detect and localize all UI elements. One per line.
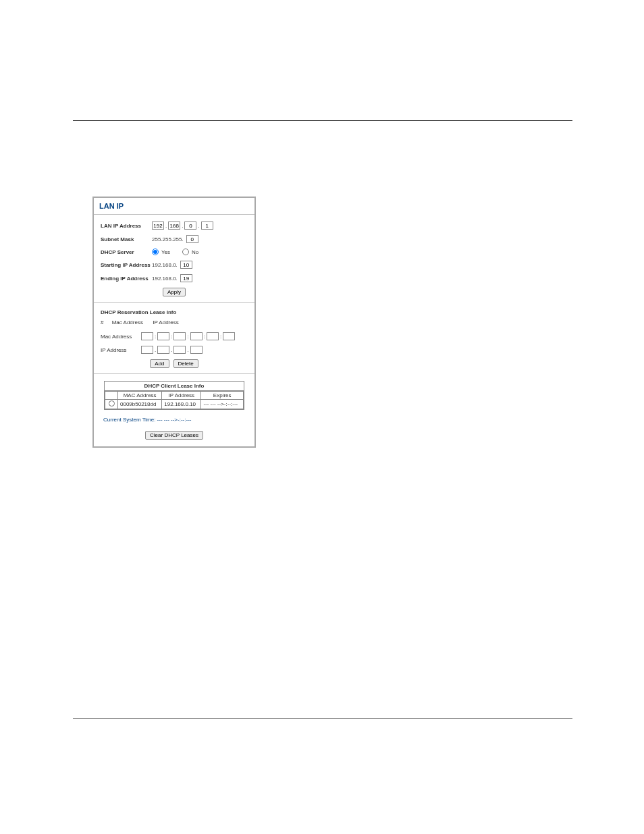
lan-ip-octet-1[interactable] xyxy=(152,221,164,230)
dhcp-yes-radio[interactable]: Yes xyxy=(152,249,170,255)
divider xyxy=(94,302,254,303)
mac-octet-6[interactable] xyxy=(223,332,235,340)
res-ip-octet-1[interactable] xyxy=(141,346,153,354)
lan-ip-octet-4[interactable] xyxy=(201,221,213,230)
system-time-value: --- --- -->-:--:--- xyxy=(157,417,192,423)
mac-octet-4[interactable] xyxy=(190,332,203,340)
client-lease-expires-header: Expires xyxy=(201,392,244,400)
panel-title: LAN IP xyxy=(94,202,254,211)
reservation-mac-row: Mac Address : : : : : xyxy=(101,332,248,340)
ending-ip-last-octet[interactable] xyxy=(180,274,192,282)
dot-icon: . xyxy=(187,347,188,353)
delete-button[interactable]: Delete xyxy=(173,359,198,368)
mac-octet-3[interactable] xyxy=(173,332,186,340)
ending-ip-row: Ending IP Address 192.168.0. xyxy=(101,274,248,282)
dot-icon: . xyxy=(155,347,156,353)
colon-icon: : xyxy=(187,334,188,340)
reservation-mac-label: Mac Address xyxy=(101,334,141,340)
dhcp-server-row: DHCP Server Yes No xyxy=(101,249,248,255)
client-lease-mac-header: MAC Address xyxy=(118,392,162,400)
client-lease-ip-header: IP Address xyxy=(162,392,201,400)
reservation-ip-row: IP Address . . . xyxy=(101,346,248,354)
ending-ip-prefix: 192.168.0. xyxy=(152,276,178,282)
colon-icon: : xyxy=(204,334,205,340)
client-lease-heading: DHCP Client Lease Info xyxy=(105,382,244,391)
reservation-columns: # Mac Address IP Address xyxy=(101,319,248,325)
subnet-prefix: 255.255.255. xyxy=(152,236,184,242)
add-button[interactable]: Add xyxy=(150,359,169,368)
client-lease-mac: 0009b50218dd xyxy=(118,400,162,409)
divider xyxy=(94,373,254,374)
mac-octet-2[interactable] xyxy=(157,332,169,340)
dhcp-yes-text: Yes xyxy=(161,249,170,255)
dot-icon: . xyxy=(171,347,172,353)
divider xyxy=(94,214,254,215)
lan-ip-octet-2[interactable] xyxy=(168,221,180,230)
client-lease-panel: DHCP Client Lease Info MAC Address IP Ad… xyxy=(104,381,244,410)
colon-icon: : xyxy=(220,334,221,340)
client-lease-row: 0009b50218dd 192.168.0.10 --- --- -->-:-… xyxy=(105,400,244,409)
colon-icon: : xyxy=(171,334,172,340)
ending-ip-label: Ending IP Address xyxy=(101,276,152,282)
reservation-section: DHCP Reservation Lease Info # Mac Addres… xyxy=(94,309,254,368)
dhcp-no-input[interactable] xyxy=(182,249,189,255)
client-lease-header-row: MAC Address IP Address Expires xyxy=(105,392,244,400)
reservation-col-ip: IP Address xyxy=(153,319,179,325)
clear-dhcp-leases-button[interactable]: Clear DHCP Leases xyxy=(145,431,203,440)
apply-button[interactable]: Apply xyxy=(163,288,186,296)
colon-icon: : xyxy=(155,334,156,340)
client-lease-table: MAC Address IP Address Expires 0009b5021… xyxy=(105,391,244,409)
dhcp-no-radio[interactable]: No xyxy=(182,249,198,255)
subnet-label: Subnet Mask xyxy=(101,236,152,242)
page-bottom-rule xyxy=(73,718,572,719)
reservation-col-index: # xyxy=(101,319,103,325)
starting-ip-row: Starting IP Address 192.168.0. xyxy=(101,261,248,269)
reservation-ip-label: IP Address xyxy=(101,347,141,353)
lan-ip-row: LAN IP Address . . . xyxy=(101,221,248,230)
res-ip-octet-3[interactable] xyxy=(173,346,186,354)
client-lease-select-header xyxy=(105,392,118,400)
starting-ip-prefix: 192.168.0. xyxy=(152,262,178,268)
dot-icon: . xyxy=(165,223,167,229)
lan-ip-octet-3[interactable] xyxy=(184,221,196,230)
mac-octet-5[interactable] xyxy=(207,332,219,340)
starting-ip-label: Starting IP Address xyxy=(101,262,152,268)
system-time-label: Current System Time: xyxy=(103,417,155,423)
lan-ip-panel: LAN IP LAN IP Address . . . Subnet Mask … xyxy=(92,197,256,448)
dhcp-yes-input[interactable] xyxy=(152,249,159,255)
dhcp-no-text: No xyxy=(192,249,198,255)
res-ip-octet-2[interactable] xyxy=(157,346,169,354)
dot-icon: . xyxy=(198,223,199,229)
reservation-col-mac: Mac Address xyxy=(112,319,143,325)
clear-leases-row: Clear DHCP Leases xyxy=(94,431,254,440)
reservation-heading: DHCP Reservation Lease Info xyxy=(101,309,248,315)
starting-ip-last-octet[interactable] xyxy=(180,261,192,269)
system-time-line: Current System Time: --- --- -->-:--:--- xyxy=(94,414,254,427)
res-ip-octet-4[interactable] xyxy=(190,346,203,354)
lan-settings-section: LAN IP Address . . . Subnet Mask 255.255… xyxy=(94,221,254,296)
client-lease-ip: 192.168.0.10 xyxy=(162,400,201,409)
apply-row: Apply xyxy=(101,288,248,296)
page-top-rule xyxy=(73,120,572,121)
reservation-buttons: Add Delete xyxy=(101,359,248,368)
client-lease-select-radio[interactable] xyxy=(109,400,115,407)
dhcp-server-label: DHCP Server xyxy=(101,249,152,255)
mac-octet-1[interactable] xyxy=(141,332,153,340)
client-lease-expires: --- --- -->-:--:--- xyxy=(201,400,244,409)
subnet-last-octet[interactable] xyxy=(186,235,198,243)
dot-icon: . xyxy=(182,223,183,229)
subnet-row: Subnet Mask 255.255.255. xyxy=(101,235,248,243)
lan-ip-label: LAN IP Address xyxy=(101,223,152,229)
